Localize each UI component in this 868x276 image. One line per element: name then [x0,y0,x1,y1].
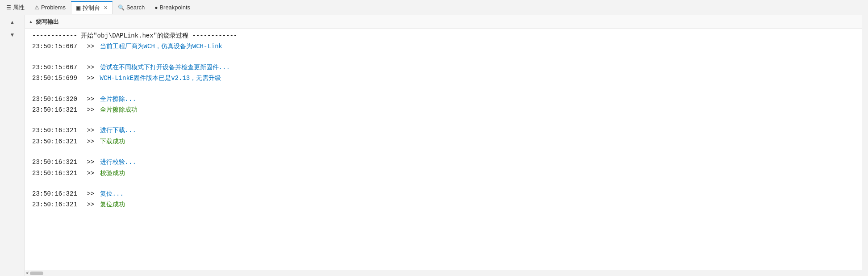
log-line-6: 23:50:16:320 >> 全片擦除... [25,94,862,105]
problems-tab-label: Problems [41,4,66,11]
right-scrollbar[interactable] [862,15,868,276]
log-line-12: 23:50:16:321 >> 进行校验... [25,157,862,167]
arrow-6: >> [83,94,98,104]
arrow-9: >> [83,125,98,135]
message-10: 下载成功 [100,137,125,146]
arrow-7: >> [83,105,98,115]
arrow-16: >> [83,200,98,209]
timestamp-10: 23:50:16:321 [32,137,81,146]
console-tab-close[interactable]: ✕ [104,5,108,11]
arrow-15: >> [83,189,98,199]
log-line-empty-4 [25,147,862,157]
collapse-icon[interactable]: ▲ [29,19,33,24]
timestamp-13: 23:50:16:321 [32,168,81,178]
log-line-empty-1 [25,52,862,62]
log-line-13: 23:50:16:321 >> 校验成功 [25,168,862,179]
search-tab-label: Search [126,4,145,11]
message-7: 全片擦除成功 [100,105,138,115]
properties-tab-label: 属性 [13,4,25,12]
tab-console[interactable]: ▣ 控制台 ✕ [71,1,113,14]
console-tab-label: 控制台 [83,4,100,12]
timestamp-4: 23:50:15:699 [32,73,81,83]
log-line-10: 23:50:16:321 >> 下载成功 [25,136,862,147]
log-line-9: 23:50:16:321 >> 进行下载... [25,125,862,136]
timestamp-9: 23:50:16:321 [32,125,81,135]
problems-tab-icon: ⚠ [34,4,39,11]
arrow-1: >> [83,42,98,51]
separator-line: ------------ 开始"obj\DAPLink.hex"的烧录过程 --… [25,30,862,41]
message-9: 进行下载... [100,125,136,135]
collapse-down-button[interactable]: ▼ [4,29,21,40]
properties-tab-icon: ☰ [6,4,11,11]
timestamp-15: 23:50:16:321 [32,189,81,199]
tab-properties[interactable]: ☰ 属性 [2,1,29,14]
log-line-empty-3 [25,115,862,125]
tab-search[interactable]: 🔍 Search [113,1,149,14]
log-line-15: 23:50:16:321 >> 复位... [25,188,862,199]
breakpoints-tab-label: Breakpoints [159,4,190,11]
log-area[interactable]: ------------ 开始"obj\DAPLink.hex"的烧录过程 --… [25,29,862,270]
message-6: 全片擦除... [100,94,136,104]
tab-breakpoints[interactable]: ● Breakpoints [150,1,195,14]
timestamp-1: 23:50:15:667 [32,42,81,51]
log-line-4: 23:50:15:699 >> WCH-LinkE固件版本已是v2.13，无需升… [25,73,862,84]
timestamp-3: 23:50:15:667 [32,63,81,72]
timestamp-7: 23:50:16:321 [32,105,81,115]
left-gutter: ▲ ▼ [0,15,25,276]
timestamp-6: 23:50:16:320 [32,94,81,104]
timestamp-12: 23:50:16:321 [32,157,81,167]
message-13: 校验成功 [100,168,125,178]
search-tab-icon: 🔍 [118,4,125,11]
bottom-scrollbar[interactable]: < [25,270,862,276]
message-4: WCH-LinkE固件版本已是v2.13，无需升级 [100,73,221,83]
message-12: 进行校验... [100,157,136,167]
message-3: 尝试在不同模式下打开设备并检查更新固件... [100,63,230,72]
arrow-13: >> [83,168,98,178]
content-panel: ▲ 烧写输出 ------------ 开始"obj\DAPLink.hex"的… [25,15,862,276]
section-label: 烧写输出 [36,18,59,26]
log-line-empty-2 [25,84,862,94]
log-line-empty-5 [25,179,862,188]
scroll-left-icon[interactable]: < [26,271,29,276]
log-line-7: 23:50:16:321 >> 全片擦除成功 [25,105,862,115]
log-line-16: 23:50:16:321 >> 复位成功 [25,199,862,210]
timestamp-16: 23:50:16:321 [32,200,81,209]
arrow-10: >> [83,137,98,146]
collapse-up-button[interactable]: ▲ [4,17,21,28]
section-header: ▲ 烧写输出 [25,15,862,29]
tab-bar: ☰ 属性 ⚠ Problems ▣ 控制台 ✕ 🔍 Search ● Break… [0,0,868,15]
message-16: 复位成功 [100,200,125,209]
log-line-1: 23:50:15:667 >> 当前工程厂商为WCH，仿真设备为WCH-Link [25,41,862,52]
arrow-3: >> [83,63,98,72]
console-tab-icon: ▣ [76,5,81,11]
message-15: 复位... [100,189,124,199]
message-1: 当前工程厂商为WCH，仿真设备为WCH-Link [100,42,222,51]
tab-problems[interactable]: ⚠ Problems [30,1,70,14]
log-line-3: 23:50:15:667 >> 尝试在不同模式下打开设备并检查更新固件... [25,62,862,73]
arrow-4: >> [83,73,98,83]
breakpoints-tab-icon: ● [154,4,158,11]
scrollbar-thumb[interactable] [30,272,43,275]
arrow-12: >> [83,157,98,167]
